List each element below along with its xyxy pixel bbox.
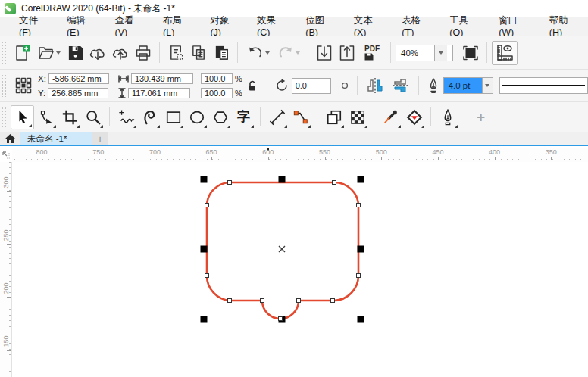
printer-icon — [134, 44, 152, 62]
document-tab-active[interactable]: 未命名 -1* — [20, 132, 92, 145]
dimension-tool[interactable] — [265, 105, 289, 129]
menu-tools[interactable]: 工具(O) — [439, 17, 489, 36]
text-tool[interactable]: 字 — [232, 105, 255, 129]
path-node[interactable] — [279, 317, 283, 321]
horizontal-ruler[interactable]: 800750700650600550500450400350 — [12, 148, 588, 162]
path-node[interactable] — [357, 204, 361, 207]
scale-horizontal-input[interactable]: 100.0 — [201, 73, 233, 84]
new-document-tab-button[interactable]: + — [92, 132, 108, 145]
print-button[interactable] — [132, 41, 155, 65]
x-position-input[interactable]: -586.662 mm — [48, 73, 109, 84]
path-node[interactable] — [357, 274, 361, 278]
undo-dropdown-arrow[interactable] — [265, 51, 270, 55]
menu-effects[interactable]: 效果(C) — [247, 17, 296, 36]
open-dropdown-arrow[interactable] — [56, 51, 61, 55]
rotation-angle-input[interactable]: 0.0 — [292, 78, 331, 94]
selection-handle[interactable] — [358, 176, 364, 183]
zoom-tool[interactable] — [81, 105, 105, 129]
polygon-tool[interactable] — [208, 105, 232, 129]
fullscreen-preview-button[interactable] — [459, 41, 482, 65]
menu-edit[interactable]: 编辑(E) — [57, 17, 105, 36]
selection-handle[interactable] — [358, 316, 364, 323]
copy-button[interactable] — [187, 41, 210, 65]
menu-object[interactable]: 对象(J) — [200, 17, 247, 36]
transparency-tool[interactable] — [346, 105, 369, 129]
cloud-download-button[interactable] — [86, 41, 109, 65]
shape-center-mark — [279, 246, 285, 252]
object-height-icon — [118, 88, 126, 98]
vertical-ruler[interactable]: 300250200150 — [0, 162, 12, 377]
object-width-input[interactable]: 130.439 mm — [131, 73, 193, 84]
undo-button[interactable] — [242, 41, 273, 65]
connector-tool[interactable] — [289, 105, 312, 129]
zoom-level-value[interactable]: 40% — [396, 45, 434, 61]
property-bar-grip-handle[interactable] — [1, 74, 8, 96]
toolbox-grip-handle[interactable] — [1, 107, 8, 127]
selection-handle[interactable] — [201, 246, 208, 253]
path-node[interactable] — [331, 299, 335, 303]
menu-table[interactable]: 表格(T) — [392, 17, 439, 36]
pick-tool[interactable] — [11, 105, 34, 129]
shape-tool[interactable] — [34, 105, 58, 129]
freehand-tool[interactable] — [114, 105, 138, 129]
mirror-vertical-button[interactable] — [388, 73, 414, 98]
menu-bitmaps[interactable]: 位图(B) — [296, 17, 344, 36]
color-eyedropper-tool[interactable] — [379, 105, 402, 129]
pdf-icon: PDF — [364, 45, 380, 52]
artistic-media-tool[interactable] — [138, 105, 161, 129]
menu-layout[interactable]: 布局(L) — [153, 17, 200, 36]
menu-help[interactable]: 帮助(H) — [540, 17, 588, 36]
zoom-level-combobox[interactable]: 40% — [396, 45, 453, 61]
path-node[interactable] — [228, 181, 232, 185]
save-button[interactable] — [64, 41, 86, 65]
import-icon — [315, 44, 333, 62]
object-position-button[interactable] — [11, 73, 36, 98]
outline-pen-tool[interactable] — [436, 105, 459, 129]
ellipse-tool[interactable] — [185, 105, 208, 129]
open-document-button[interactable] — [33, 41, 64, 65]
outline-width-combobox[interactable]: 4.0 pt — [443, 77, 493, 94]
ruler-origin-button[interactable] — [0, 148, 12, 162]
path-node[interactable] — [333, 181, 336, 185]
scale-vertical-input[interactable]: 100.0 — [201, 88, 233, 98]
selection-handle[interactable] — [358, 246, 364, 253]
drop-shadow-tool[interactable] — [322, 105, 346, 129]
outline-width-dropdown-button[interactable] — [482, 78, 493, 93]
path-node[interactable] — [297, 299, 301, 303]
menu-view[interactable]: 查看(V) — [105, 17, 154, 36]
line-style-selector[interactable] — [499, 77, 588, 94]
y-position-input[interactable]: 256.865 mm — [48, 88, 108, 98]
path-node[interactable] — [205, 204, 209, 207]
lock-ratio-button[interactable] — [244, 73, 262, 98]
path-node[interactable] — [205, 274, 209, 278]
welcome-home-button[interactable] — [0, 132, 20, 145]
selection-handle[interactable] — [201, 176, 208, 183]
new-document-button[interactable] — [11, 41, 33, 65]
object-height-input[interactable]: 117.061 mm — [128, 88, 190, 98]
rectangle-tool[interactable] — [161, 105, 185, 129]
interactive-fill-tool[interactable] — [402, 105, 426, 129]
path-node[interactable] — [228, 299, 232, 303]
crop-tool[interactable] — [58, 105, 81, 129]
selection-handle[interactable] — [201, 316, 208, 323]
customize-toolbox-button[interactable]: + — [469, 105, 493, 129]
import-button[interactable] — [313, 41, 336, 65]
drawing-canvas[interactable] — [12, 162, 588, 377]
outline-width-value[interactable]: 4.0 pt — [444, 78, 482, 93]
cut-button[interactable] — [164, 41, 187, 65]
menu-window[interactable]: 窗口(W) — [489, 17, 540, 36]
cloud-upload-button[interactable] — [109, 41, 132, 65]
paste-button[interactable] — [210, 41, 233, 65]
menu-file[interactable]: 文件(F) — [9, 17, 57, 36]
export-button[interactable] — [336, 41, 358, 65]
mirror-horizontal-button[interactable] — [362, 73, 388, 98]
menu-text[interactable]: 文本(X) — [344, 17, 393, 36]
toolbar-grip-handle[interactable] — [1, 41, 8, 64]
show-rulers-button[interactable] — [492, 41, 518, 65]
path-node[interactable] — [261, 299, 264, 303]
vruler-label: 250 — [2, 229, 10, 241]
redo-button[interactable] — [273, 41, 303, 65]
zoom-level-dropdown-button[interactable] — [434, 45, 447, 61]
publish-to-pdf-button[interactable]: PDF — [358, 41, 386, 65]
selection-handle[interactable] — [279, 176, 286, 183]
